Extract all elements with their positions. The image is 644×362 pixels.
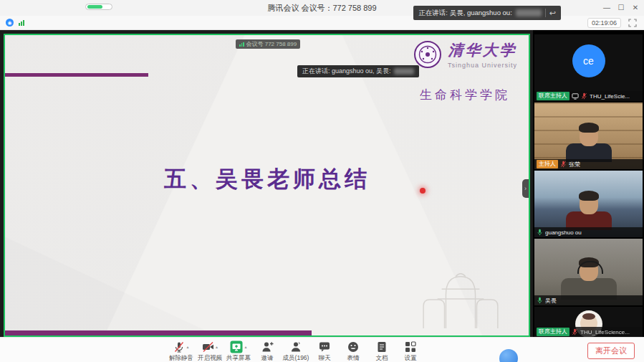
screen-share-icon [572, 93, 579, 100]
university-name-block: 清华大学 Tsinghua University [448, 40, 517, 69]
participant-name: 张荣 [569, 161, 580, 168]
camera-off-icon [202, 341, 214, 353]
recording-indicator [85, 4, 112, 10]
meeting-id-text: 会议号 772 758 899 [246, 40, 297, 48]
participant-name-bar: 联席主持人 THU_LifeScie... [534, 91, 643, 101]
participant-name-bar: 吴畏 [534, 295, 643, 305]
minimize-button[interactable]: — [600, 0, 614, 16]
chat-icon [319, 341, 330, 353]
settings-grid-icon [405, 341, 416, 353]
invite-icon [261, 341, 274, 353]
share-screen-icon [230, 340, 243, 353]
network-signal-icon [19, 20, 24, 26]
signal-bars-icon [239, 42, 244, 47]
divider [545, 9, 546, 17]
university-name-cn: 清华大学 [448, 40, 516, 60]
laser-pointer-dot [420, 188, 426, 194]
video-thumbnail[interactable]: 吴畏 [534, 239, 643, 305]
participant-video [566, 193, 612, 230]
caret-up-icon[interactable]: ▴ [186, 344, 188, 349]
close-button[interactable]: ✕ [628, 0, 643, 16]
members-button[interactable]: 成员(196) [282, 340, 310, 362]
emoji-icon [347, 341, 359, 353]
participant-sidebar: ce 联席主持人 THU_LifeScie... 主持人 [533, 30, 644, 337]
fullscreen-icon[interactable] [628, 19, 637, 27]
meeting-toolbar: ▴ 解除静音 ▴ 开启视频 [0, 337, 644, 362]
participant-name: guangshuo ou [545, 229, 582, 236]
blurred-text [394, 68, 414, 75]
start-video-button[interactable]: ▴ 开启视频 [196, 340, 224, 362]
university-logo-block: 清华大学 Tsinghua University [413, 40, 517, 69]
participant-name: 吴畏 [545, 297, 557, 305]
members-icon [290, 341, 302, 353]
leave-meeting-button[interactable]: 离开会议 [587, 343, 635, 359]
cohost-badge: 联席主持人 [537, 92, 569, 100]
shared-screen: 清华大学 Tsinghua University 生命科学学院 五、吴畏老师总结… [4, 34, 530, 337]
participant-video [566, 125, 612, 162]
reply-arrow-icon[interactable]: ↩ [549, 9, 556, 17]
caret-up-icon[interactable]: ▴ [244, 344, 246, 349]
slide-top-bar [5, 73, 148, 77]
speaking-pill: 正在讲话: guangshuo ou, 吴畏: [297, 65, 419, 77]
video-thumbnail[interactable]: 联席主持人 THU_LifeScience... [534, 307, 643, 337]
settings-button[interactable]: 设置 [396, 340, 425, 362]
toolbar-items: ▴ 解除静音 ▴ 开启视频 [167, 340, 425, 362]
mic-muted-icon [581, 92, 587, 100]
maximize-button[interactable]: ☐ [614, 0, 628, 16]
meeting-app-icon: ◉ [6, 19, 14, 27]
meeting-timer: 02:19:06 [587, 18, 621, 28]
mic-muted-icon [572, 328, 578, 335]
speaking-banner: 正在讲话: 吴畏, guangshuo ou: ↩ [413, 6, 561, 20]
unmute-button[interactable]: ▴ 解除静音 [167, 340, 196, 362]
invite-button[interactable]: 邀请 [253, 340, 282, 362]
mic-muted-icon [560, 161, 567, 168]
participant-name: THU_LifeScie... [590, 93, 630, 100]
participant-video [561, 259, 617, 300]
participant-name-bar: guangshuo ou [534, 227, 643, 237]
recording-indicator-fill [87, 5, 102, 9]
university-name-en: Tsinghua University [448, 62, 517, 69]
mic-active-icon [537, 297, 543, 304]
participant-name-bar: 联席主持人 THU_LifeScience... [534, 327, 643, 337]
avatar: ce [572, 44, 605, 77]
docs-button[interactable]: 文档 [367, 340, 396, 362]
sidebar-collapse-handle[interactable]: › [522, 179, 529, 198]
video-thumbnail[interactable]: ce 联席主持人 THU_LifeScie... [534, 34, 643, 101]
chat-button[interactable]: 聊天 [310, 340, 339, 362]
tsinghua-emblem-icon [413, 40, 442, 69]
window-controls: — ☐ ✕ [600, 0, 643, 16]
participant-name-bar: 主持人 张荣 [534, 159, 643, 169]
department-name: 生命科学学院 [420, 87, 510, 103]
mic-muted-icon [173, 341, 185, 353]
slide-bottom-bar [5, 330, 312, 335]
meeting-id-pill: 会议号 772 758 899 [236, 39, 300, 49]
participant-name: THU_LifeScience... [580, 329, 630, 335]
share-screen-button[interactable]: ▴ 共享屏幕 [224, 340, 253, 362]
tencent-meeting-window: 腾讯会议 会议号：772 758 899 — ☐ ✕ ◉ 02:19:06 正在… [0, 0, 644, 362]
mic-active-icon [537, 229, 543, 236]
host-badge: 主持人 [537, 160, 558, 168]
tsinghua-gate-watermark [420, 265, 501, 330]
blurred-text [516, 9, 542, 16]
slide-title: 五、吴畏老师总结 [164, 164, 370, 194]
video-thumbnail[interactable]: guangshuo ou [534, 171, 643, 237]
emoji-button[interactable]: 表情 [339, 340, 367, 362]
document-icon [377, 341, 387, 353]
video-thumbnail[interactable]: 主持人 张荣 [534, 103, 643, 169]
cohost-badge: 联席主持人 [537, 328, 569, 336]
speaking-banner-text: 正在讲话: 吴畏, guangshuo ou: [418, 9, 511, 18]
caret-up-icon[interactable]: ▴ [216, 344, 218, 349]
speaking-pill-text: 正在讲话: guangshuo ou, 吴畏: [302, 67, 391, 76]
